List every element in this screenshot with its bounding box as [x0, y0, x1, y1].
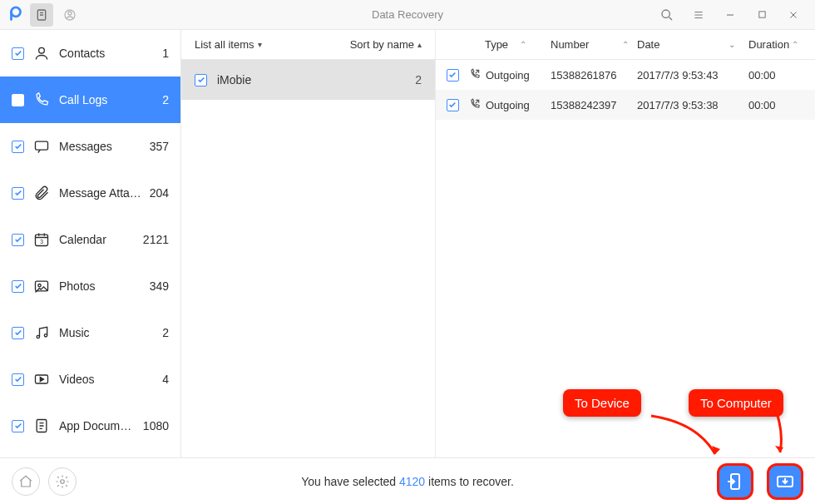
header-number-label: Number — [551, 38, 589, 51]
table-header: Type⌃ Number⌃ Date⌄ Duration⌃ — [436, 30, 815, 60]
list-item-name: iMobie — [217, 73, 415, 86]
message-icon — [32, 137, 51, 156]
phone-icon — [32, 91, 51, 109]
footer-status: You have selected 4120 items to recover. — [0, 475, 815, 488]
chevron-down-icon: ⌄ — [729, 40, 735, 49]
maximize-icon[interactable] — [750, 3, 773, 27]
sidebar-item-label: Calendar — [59, 233, 138, 246]
sidebar-item-label: Call Logs — [59, 93, 157, 106]
header-type-label: Type — [485, 38, 508, 51]
cell-date: 2017/7/3 9:53:43 — [637, 69, 743, 82]
svg-point-16 — [61, 479, 65, 483]
header-date[interactable]: Date⌄ — [637, 38, 743, 51]
footer-left — [12, 467, 77, 496]
list-item[interactable]: iMobie2 — [181, 60, 435, 100]
sidebar-item-attachment[interactable]: Message Attach...204 — [0, 170, 180, 216]
sidebar-item-label: Videos — [59, 373, 157, 386]
chevron-up-icon: ⌃ — [622, 40, 629, 49]
cell-number: 15388261876 — [551, 69, 637, 82]
callout-to-computer: To Computer — [689, 389, 783, 417]
list-item-count: 2 — [415, 73, 422, 86]
cell-type: Outgoing — [486, 99, 530, 111]
sidebar-item-music[interactable]: Music2 — [0, 309, 180, 356]
header-number[interactable]: Number⌃ — [551, 38, 637, 51]
outgoing-call-icon — [469, 98, 481, 112]
svg-rect-5 — [758, 12, 764, 17]
svg-point-6 — [39, 47, 45, 53]
titlebar-left — [0, 3, 82, 27]
recover-to-device-button[interactable] — [717, 463, 753, 500]
svg-point-11 — [38, 284, 41, 287]
chevron-up-icon: ⌃ — [520, 40, 526, 49]
home-button[interactable] — [12, 467, 40, 496]
sidebar-item-photo[interactable]: Photos349 — [0, 263, 180, 309]
sort-label: Sort by name — [350, 38, 414, 51]
checkbox-icon[interactable] — [12, 141, 24, 153]
checkbox-icon[interactable] — [12, 420, 24, 432]
footer-text-after: items to recover. — [425, 475, 514, 488]
sidebar-item-contact[interactable]: Contacts1 — [0, 30, 180, 77]
checkbox-icon[interactable] — [447, 99, 459, 111]
footer-count: 4120 — [399, 475, 425, 488]
video-icon — [32, 370, 51, 388]
cell-date: 2017/7/3 9:53:38 — [637, 99, 743, 111]
minimize-icon[interactable] — [719, 3, 742, 27]
svg-text:3: 3 — [40, 239, 43, 245]
sidebar-item-label: Messages — [59, 140, 145, 153]
cell-type: Outgoing — [486, 69, 530, 82]
search-icon[interactable] — [655, 3, 679, 27]
table-row[interactable]: Outgoing153882423972017/7/3 9:53:3800:00 — [436, 90, 815, 120]
sort-dropdown[interactable]: Sort by name ▴ — [350, 38, 422, 51]
tab-data-recovery-icon[interactable] — [30, 3, 53, 27]
footer-right — [717, 463, 803, 500]
svg-point-4 — [662, 10, 669, 17]
checkbox-icon[interactable] — [12, 187, 24, 200]
mid-column: List all items ▾ Sort by name ▴ iMobie2 — [181, 30, 436, 457]
close-icon[interactable] — [782, 3, 805, 27]
settings-button[interactable] — [48, 467, 77, 496]
footer: You have selected 4120 items to recover. — [0, 457, 815, 504]
cell-number: 15388242397 — [551, 99, 637, 111]
header-duration[interactable]: Duration⌃ — [743, 38, 807, 51]
checkbox-icon[interactable] — [195, 74, 207, 86]
recover-to-computer-button[interactable] — [767, 463, 803, 500]
table-row[interactable]: Outgoing153882618762017/7/3 9:53:4300:00 — [436, 60, 815, 90]
checkbox-icon[interactable] — [447, 69, 459, 82]
sidebar-item-count: 2121 — [143, 233, 169, 246]
outgoing-call-icon — [469, 68, 481, 82]
header-date-label: Date — [637, 38, 659, 51]
sidebar-item-video[interactable]: Videos4 — [0, 356, 180, 403]
checkbox-icon[interactable] — [12, 373, 24, 386]
chevron-up-icon: ▴ — [417, 40, 422, 49]
menu-icon[interactable] — [687, 3, 710, 27]
attachment-icon — [32, 184, 51, 202]
music-icon — [32, 324, 51, 342]
sidebar-item-count: 2 — [162, 326, 169, 339]
checkbox-icon[interactable] — [12, 47, 24, 60]
svg-point-3 — [68, 12, 72, 15]
header-type[interactable]: Type⌃ — [469, 38, 551, 51]
sidebar-item-label: Contacts — [59, 47, 157, 60]
sidebar-item-calendar[interactable]: 3Calendar2121 — [0, 216, 180, 263]
list-filter-dropdown[interactable]: List all items ▾ — [195, 38, 262, 51]
mid-header: List all items ▾ Sort by name ▴ — [181, 30, 435, 60]
checkbox-icon[interactable] — [12, 234, 24, 246]
tab-secondary-icon[interactable] — [58, 3, 82, 27]
sidebar: Contacts1Call Logs2Messages357Message At… — [0, 30, 181, 457]
sidebar-item-count: 204 — [150, 186, 169, 200]
sidebar-item-message[interactable]: Messages357 — [0, 123, 180, 170]
checkbox-icon[interactable] — [12, 94, 24, 106]
header-duration-label: Duration — [748, 38, 789, 51]
appdoc-icon — [32, 417, 51, 435]
footer-text-before: You have selected — [301, 475, 399, 488]
checkbox-icon[interactable] — [12, 280, 24, 293]
sidebar-item-phone[interactable]: Call Logs2 — [0, 77, 180, 123]
svg-point-13 — [44, 334, 47, 337]
checkbox-icon[interactable] — [12, 327, 24, 339]
calendar-icon: 3 — [32, 230, 51, 249]
list-filter-label: List all items — [195, 38, 254, 51]
app-logo-icon — [7, 6, 25, 24]
sidebar-item-count: 2 — [162, 93, 169, 106]
sidebar-item-appdoc[interactable]: App Documents1080 — [0, 403, 180, 449]
cell-duration: 00:00 — [743, 99, 807, 111]
